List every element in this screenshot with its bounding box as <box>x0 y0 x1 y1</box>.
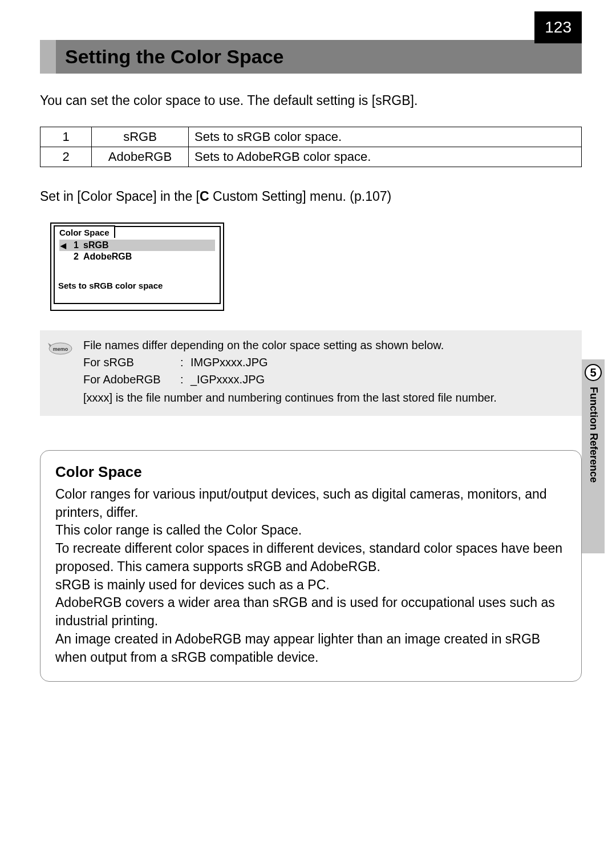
info-paragraph: AdobeRGB covers a wider area than sRGB a… <box>55 594 566 630</box>
option-number: 1 <box>40 127 92 147</box>
lcd-item-label: sRGB <box>83 240 108 250</box>
memo-note: [xxxx] is the file number and numbering … <box>83 390 497 406</box>
info-paragraph: This color range is called the Color Spa… <box>55 521 566 540</box>
side-tab: 5 Function Reference <box>582 359 605 553</box>
table-row: 1 sRGB Sets to sRGB color space. <box>40 127 582 147</box>
info-box: Color Space Color ranges for various inp… <box>40 450 582 682</box>
section-heading: Setting the Color Space <box>40 40 582 74</box>
lcd-item-number: 1 <box>71 240 79 250</box>
lcd-description: Sets to sRGB color space <box>55 278 220 303</box>
memo-filename-row: For AdobeRGB : _IGPxxxx.JPG <box>83 371 497 387</box>
intro-text: You can set the color space to use. The … <box>40 93 582 108</box>
options-table: 1 sRGB Sets to sRGB color space. 2 Adobe… <box>40 127 582 167</box>
table-row: 2 AdobeRGB Sets to AdobeRGB color space. <box>40 147 582 167</box>
lcd-screenshot: Color Space ◀ 1 sRGB ◀ 2 AdobeRGB Sets t… <box>50 222 224 311</box>
info-paragraph: Color ranges for various input/output de… <box>55 485 566 521</box>
memo-file-label: For sRGB <box>83 354 180 370</box>
left-arrow-icon: ◀ <box>60 241 66 250</box>
lcd-item-selected: ◀ 1 sRGB <box>59 240 215 251</box>
memo-file-value: _IGPxxxx.JPG <box>191 371 265 387</box>
menu-ref-suffix: Custom Setting] menu. (p.107) <box>209 189 392 204</box>
memo-icon: memo <box>47 337 74 355</box>
svg-text:memo: memo <box>53 346 68 352</box>
memo-colon: : <box>180 371 191 387</box>
option-number: 2 <box>40 147 92 167</box>
info-box-title: Color Space <box>55 463 566 481</box>
memo-file-label: For AdobeRGB <box>83 371 180 387</box>
chapter-number-circle: 5 <box>585 364 602 381</box>
lcd-item: ◀ 2 AdobeRGB <box>59 251 215 262</box>
option-desc: Sets to AdobeRGB color space. <box>189 147 582 167</box>
memo-block: memo File names differ depending on the … <box>40 330 582 416</box>
info-paragraph: An image created in AdobeRGB may appear … <box>55 630 566 666</box>
option-name: sRGB <box>92 127 189 147</box>
memo-line: File names differ depending on the color… <box>83 337 497 353</box>
memo-colon: : <box>180 354 191 370</box>
lcd-item-number: 2 <box>71 252 79 262</box>
heading-text: Setting the Color Space <box>56 40 582 74</box>
info-paragraph: To recreate different color spaces in di… <box>55 540 566 576</box>
menu-ref-c: C <box>200 189 209 204</box>
lcd-tab: Color Space <box>54 225 115 238</box>
info-paragraph: sRGB is mainly used for devices such as … <box>55 576 566 594</box>
page-number: 123 <box>534 11 582 43</box>
option-desc: Sets to sRGB color space. <box>189 127 582 147</box>
menu-ref-prefix: Set in [Color Space] in the [ <box>40 189 200 204</box>
memo-filename-row: For sRGB : IMGPxxxx.JPG <box>83 354 497 370</box>
heading-accent <box>40 40 56 74</box>
menu-reference: Set in [Color Space] in the [C Custom Se… <box>40 189 582 204</box>
option-name: AdobeRGB <box>92 147 189 167</box>
memo-file-value: IMGPxxxx.JPG <box>191 354 268 370</box>
chapter-label: Function Reference <box>587 387 599 483</box>
lcd-item-label: AdobeRGB <box>83 252 132 262</box>
